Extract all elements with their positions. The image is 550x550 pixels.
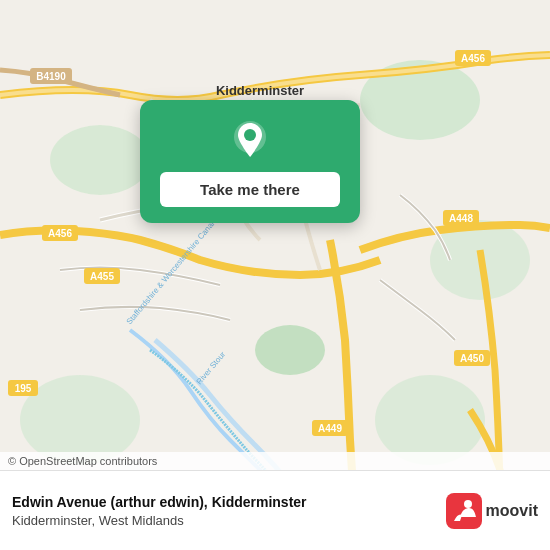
svg-point-5 [255, 325, 325, 375]
moovit-logo: moovit [446, 493, 538, 529]
svg-text:A455: A455 [90, 271, 114, 282]
svg-text:A450: A450 [460, 353, 484, 364]
moovit-brand-text: moovit [486, 502, 538, 520]
svg-text:Kidderminster: Kidderminster [216, 83, 304, 98]
svg-text:A448: A448 [449, 213, 473, 224]
moovit-logo-icon [446, 493, 482, 529]
location-subtitle: Kidderminster, West Midlands [12, 513, 436, 528]
map-container: B4190 A456 A456 A448 A455 A449 A449 A450… [0, 0, 550, 550]
attribution-bar: © OpenStreetMap contributors [0, 452, 550, 470]
take-me-there-button[interactable]: Take me there [160, 172, 340, 207]
location-info: Edwin Avenue (arthur edwin), Kidderminst… [12, 493, 436, 528]
svg-text:A456: A456 [461, 53, 485, 64]
svg-point-31 [244, 129, 256, 141]
svg-text:B4190: B4190 [36, 71, 66, 82]
svg-text:195: 195 [15, 383, 32, 394]
bottom-bar: Edwin Avenue (arthur edwin), Kidderminst… [0, 470, 550, 550]
attribution-text: © OpenStreetMap contributors [8, 455, 157, 467]
location-card: Take me there [140, 100, 360, 223]
svg-point-2 [50, 125, 150, 195]
location-pin-icon [228, 118, 272, 162]
svg-point-33 [464, 500, 472, 508]
location-name: Edwin Avenue (arthur edwin), Kidderminst… [12, 493, 436, 511]
svg-text:A456: A456 [48, 228, 72, 239]
svg-text:A449: A449 [318, 423, 342, 434]
